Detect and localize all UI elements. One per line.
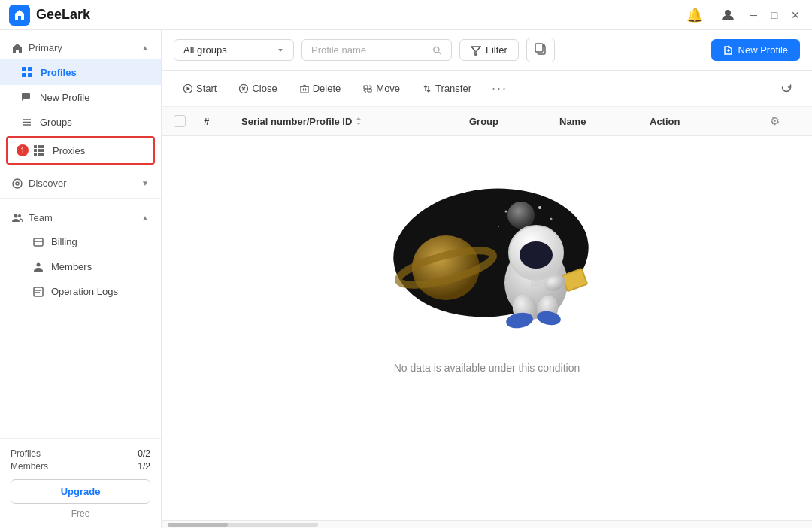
close-button[interactable]: ✕	[788, 8, 803, 23]
profiles-stat-row: Profiles 0/2	[11, 448, 150, 459]
svg-rect-3	[22, 73, 26, 77]
th-name-label: Name	[559, 116, 586, 127]
new-profile-button[interactable]: New Profile	[711, 39, 800, 61]
svg-rect-9	[38, 145, 41, 148]
proxies-badge: 1	[17, 144, 29, 156]
svg-marker-29	[471, 47, 480, 55]
delete-button[interactable]: Delete	[290, 78, 351, 99]
svg-point-23	[37, 262, 41, 266]
team-icon	[12, 213, 23, 223]
search-box	[301, 39, 452, 61]
app-logo	[9, 5, 30, 26]
sidebar-content: Primary ▲ Profiles New Profile	[0, 30, 161, 438]
sidebar-item-profiles[interactable]: Profiles	[0, 59, 161, 85]
svg-rect-63	[531, 278, 541, 287]
svg-point-17	[13, 179, 22, 188]
user-avatar-button[interactable]	[716, 3, 740, 27]
discover-section-header[interactable]: Discover ▼	[0, 171, 161, 195]
maximize-button[interactable]: □	[767, 8, 782, 23]
svg-rect-2	[28, 67, 32, 71]
sidebar-item-groups[interactable]: Groups	[0, 110, 161, 135]
th-action-label: Action	[650, 116, 680, 127]
divider-1	[0, 168, 161, 168]
close-button[interactable]: Close	[229, 78, 286, 99]
move-button[interactable]: Move	[353, 78, 410, 99]
svg-rect-13	[41, 149, 44, 152]
start-label: Start	[196, 83, 217, 94]
refresh-icon	[780, 81, 792, 93]
titlebar: GeeLark 🔔 ─ □ ✕	[0, 0, 812, 30]
discover-chevron: ▼	[141, 179, 149, 187]
sidebar-item-billing[interactable]: Billing	[0, 229, 161, 254]
scrollbar-thumb[interactable]	[168, 523, 228, 527]
more-button[interactable]: ···	[484, 77, 515, 100]
th-action: Action	[650, 116, 770, 127]
select-all-checkbox[interactable]	[174, 115, 186, 127]
profiles-stat-label: Profiles	[11, 448, 41, 459]
group-select-chevron	[277, 47, 284, 54]
horizontal-scrollbar[interactable]	[168, 523, 318, 527]
move-icon	[363, 84, 372, 93]
transfer-button[interactable]: Transfer	[413, 78, 481, 99]
svg-point-45	[412, 235, 480, 300]
svg-rect-14	[34, 153, 37, 156]
sidebar-item-members[interactable]: Members	[0, 254, 161, 279]
sidebar-item-new-profile[interactable]: New Profile	[0, 85, 161, 110]
titlebar-left: GeeLark	[9, 5, 90, 26]
sort-icon	[355, 117, 362, 126]
close-label: Close	[252, 83, 277, 94]
members-stat-label: Members	[11, 461, 48, 472]
primary-section-header[interactable]: Primary ▲	[0, 36, 161, 59]
close-icon	[239, 84, 248, 93]
delete-icon	[300, 84, 309, 93]
sidebar-item-billing-label: Billing	[51, 236, 77, 247]
minimize-button[interactable]: ─	[746, 8, 761, 23]
scrollbar-area	[162, 520, 812, 528]
divider-2	[0, 198, 161, 199]
profiles-icon	[21, 66, 33, 78]
discover-section-title: Discover	[12, 178, 67, 189]
free-label: Free	[11, 508, 150, 519]
sidebar-item-members-label: Members	[51, 261, 92, 272]
refresh-button[interactable]	[773, 77, 800, 100]
members-stat-row: Members 1/2	[11, 461, 150, 472]
filter-icon	[471, 45, 481, 56]
svg-rect-12	[38, 149, 41, 152]
svg-point-50	[504, 211, 507, 213]
upgrade-button[interactable]: Upgrade	[11, 479, 150, 504]
new-profile-icon	[723, 45, 734, 56]
svg-point-0	[725, 10, 731, 16]
svg-line-28	[439, 52, 441, 54]
proxies-icon	[33, 144, 45, 156]
svg-point-27	[434, 47, 439, 52]
start-icon	[183, 84, 192, 93]
copy-button[interactable]	[526, 38, 555, 62]
th-group: Group	[469, 116, 559, 127]
svg-marker-33	[187, 86, 191, 90]
sidebar-item-proxies[interactable]: 1 Proxies	[6, 136, 155, 165]
svg-point-49	[550, 218, 552, 220]
empty-state-svg	[374, 166, 600, 332]
svg-point-47	[508, 202, 535, 229]
notification-button[interactable]: 🔔	[683, 3, 707, 27]
search-input[interactable]	[311, 44, 428, 56]
app-name: GeeLark	[36, 7, 90, 23]
svg-rect-10	[41, 145, 44, 148]
start-button[interactable]: Start	[174, 78, 226, 99]
members-stat-value: 1/2	[138, 461, 150, 472]
table-header: # Serial number/Profile ID Group Name Ac…	[162, 107, 812, 136]
sidebar-item-new-profile-label: New Profile	[40, 92, 89, 103]
th-serial[interactable]: Serial number/Profile ID	[241, 116, 469, 127]
svg-rect-1	[22, 67, 26, 71]
discover-icon	[12, 178, 23, 189]
svg-rect-21	[34, 238, 43, 246]
profiles-stat-value: 0/2	[138, 448, 150, 459]
table-settings-button[interactable]: ⚙	[770, 114, 780, 128]
sidebar-item-proxies-label: Proxies	[53, 145, 85, 156]
sidebar-item-operation-logs[interactable]: Operation Logs	[0, 279, 161, 304]
group-select[interactable]: All groups	[174, 39, 294, 61]
svg-rect-37	[301, 86, 308, 93]
filter-button[interactable]: Filter	[459, 39, 519, 61]
team-header[interactable]: Team ▲	[0, 206, 161, 229]
th-number-label: #	[204, 116, 209, 127]
